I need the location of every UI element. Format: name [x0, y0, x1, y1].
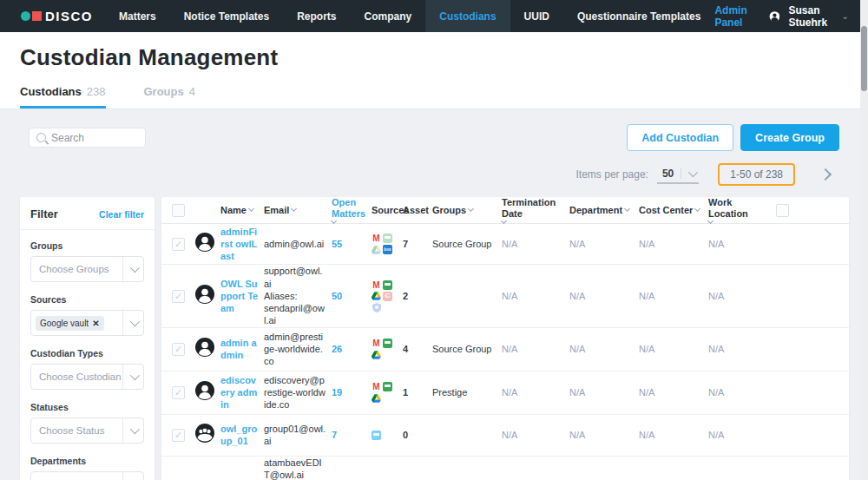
- email-cell: group01@owl.ai: [264, 423, 332, 448]
- items-per-page-value: 50: [662, 168, 674, 180]
- logo-teal-dot-icon: [21, 11, 30, 21]
- column-header-email[interactable]: Email: [264, 205, 332, 216]
- chevron-down-icon: [129, 424, 139, 434]
- google-drive-icon: [372, 245, 381, 254]
- cost-center-cell: N/A: [639, 343, 708, 355]
- custodian-name-link[interactable]: admin admin: [220, 338, 257, 360]
- open-matters-link[interactable]: 7: [332, 430, 337, 440]
- chevron-down-icon: [129, 263, 139, 273]
- user-avatar-icon[interactable]: [769, 7, 780, 26]
- row-checkbox[interactable]: [172, 343, 185, 356]
- google-drive-icon: [372, 350, 381, 359]
- column-label: Email: [264, 205, 289, 216]
- open-matters-link[interactable]: 26: [332, 344, 342, 354]
- custodian-name-link[interactable]: adminFirst owlLast: [220, 227, 257, 262]
- filter-header: Filter Clear filter: [20, 197, 155, 230]
- source-icons: MC: [372, 280, 392, 312]
- filter-dropdown[interactable]: Choose Custodian Type: [30, 364, 144, 390]
- column-header-open-matters[interactable]: Open Matters: [332, 197, 372, 223]
- column-header-department[interactable]: Department: [569, 205, 639, 216]
- open-matters-link[interactable]: 50: [332, 291, 342, 301]
- admin-panel-link[interactable]: Admin Panel: [714, 4, 751, 29]
- column-header-work-location[interactable]: Work Location: [708, 197, 776, 223]
- column-label: Work Location: [708, 197, 773, 219]
- column-label: Department: [569, 205, 622, 216]
- clear-filter-link[interactable]: Clear filter: [99, 209, 144, 220]
- chip-label: Google vault: [40, 319, 89, 328]
- gmail-icon: M: [372, 339, 381, 348]
- row-checkbox[interactable]: [172, 386, 185, 399]
- groups-cell: Prestige: [432, 386, 502, 398]
- column-header-name[interactable]: Name: [220, 205, 264, 216]
- page-range-indicator: 1-50 of 238: [718, 163, 795, 186]
- nav-item-uuid[interactable]: UUID: [510, 0, 563, 32]
- row-checkbox[interactable]: [172, 429, 185, 442]
- column-label: Groups: [432, 205, 466, 216]
- nav-item-reports[interactable]: Reports: [283, 0, 350, 32]
- asset-cell: 1: [403, 386, 432, 398]
- sort-caret-icon: [624, 206, 630, 212]
- row-checkbox[interactable]: [172, 238, 185, 251]
- brand-name: DISCO: [45, 9, 93, 23]
- email-cell: support@owl.aiAliases:sendapril@owl.ai: [264, 265, 332, 326]
- person-avatar-icon: [194, 240, 215, 255]
- nav-right: Admin Panel Susan Stuehrk ⌄: [714, 0, 868, 32]
- custodian-name-link[interactable]: owl_group_01: [220, 424, 257, 446]
- google-drive-icon: [372, 292, 381, 301]
- source-icons: [372, 431, 392, 440]
- name-cell: admin admin: [220, 337, 264, 362]
- open-matters-link[interactable]: 55: [332, 239, 342, 249]
- tab-custodians[interactable]: Custodians238: [20, 85, 106, 108]
- nav-item-notice-templates[interactable]: Notice Templates: [170, 0, 283, 32]
- custodian-name-link[interactable]: OWL Support Team: [220, 279, 258, 314]
- search-box[interactable]: [29, 128, 146, 148]
- nav-items: MattersNotice TemplatesReportsCompanyCus…: [105, 0, 714, 32]
- filter-chip: Google vault✕: [36, 316, 104, 331]
- add-custodian-button[interactable]: Add Custodian: [627, 124, 733, 151]
- work-location-cell: N/A: [708, 429, 776, 441]
- gmail-icon: M: [372, 280, 381, 290]
- column-header-groups[interactable]: Groups: [432, 205, 502, 216]
- user-name[interactable]: Susan Stuehrk: [788, 4, 831, 29]
- select-all-checkbox[interactable]: [172, 204, 185, 217]
- items-per-page-select[interactable]: 50: [657, 166, 699, 184]
- search-input[interactable]: [51, 132, 138, 144]
- main-content: Filter Clear filter GroupsChoose GroupsS…: [0, 197, 868, 480]
- tab-count: 4: [189, 85, 195, 98]
- nav-item-questionnaire-templates[interactable]: Questionnaire Templates: [563, 0, 714, 32]
- open-matters-link[interactable]: 19: [332, 387, 342, 398]
- nav-item-matters[interactable]: Matters: [105, 0, 170, 32]
- table-row: Almazbek AtambaevatambaevEDIT@owl.aiAlia…: [161, 457, 849, 480]
- scrollbar-thumb[interactable]: [861, 26, 867, 91]
- chip-remove-icon[interactable]: ✕: [92, 319, 99, 328]
- scrollbar-track[interactable]: [860, 0, 868, 480]
- disco-logo[interactable]: DISCO: [0, 0, 105, 32]
- open-matters-cell: 55: [332, 238, 372, 250]
- row-checkbox[interactable]: [172, 290, 185, 303]
- create-group-button[interactable]: Create Group: [740, 124, 839, 151]
- google-vault-icon: [372, 303, 381, 312]
- email-line: atambaevEDIT@owl.ai: [264, 457, 326, 480]
- nav-item-company[interactable]: Company: [351, 0, 426, 32]
- avatar-cell: [194, 232, 220, 256]
- column-header-cost-center[interactable]: Cost Center: [639, 205, 708, 216]
- person-avatar-icon: [194, 345, 215, 360]
- custodian-name-link[interactable]: ediscovery admin: [220, 375, 257, 411]
- filter-dropdown[interactable]: Choose Groups: [30, 256, 144, 282]
- nav-item-custodians[interactable]: Custodians: [425, 0, 510, 32]
- currents-icon: C: [383, 292, 392, 301]
- chip-list: Google vault✕: [31, 316, 122, 331]
- dropdown-chevron-wrap: [122, 472, 143, 480]
- next-page-button[interactable]: [819, 168, 832, 181]
- tab-groups[interactable]: Groups4: [144, 85, 195, 108]
- sort-caret-icon: [331, 218, 337, 224]
- filter-dropdown[interactable]: Choose Department: [30, 471, 144, 480]
- user-menu-chevron-icon[interactable]: ⌄: [841, 11, 848, 21]
- column-settings-button[interactable]: [776, 204, 789, 217]
- sources-cell: Mbox: [372, 233, 403, 254]
- filter-dropdown[interactable]: Google vault✕: [30, 310, 144, 336]
- filter-dropdown[interactable]: Choose Status: [30, 418, 144, 444]
- department-cell: N/A: [569, 238, 639, 250]
- column-header-termination-date[interactable]: Termination Date: [502, 197, 569, 223]
- table-row: owl_group_01group01@owl.ai70N/AN/AN/AN/A: [161, 415, 849, 457]
